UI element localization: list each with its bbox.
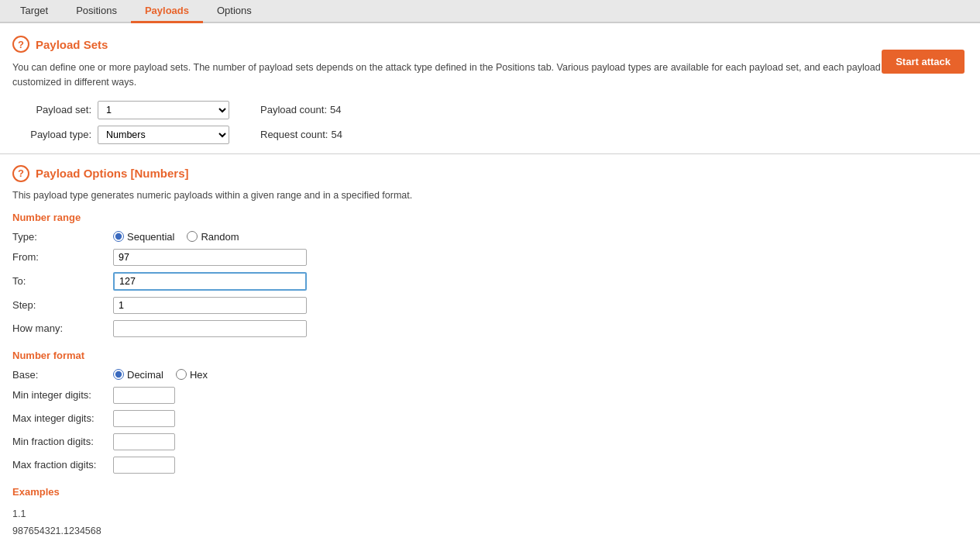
example-line-1: 1.1 [12, 505, 965, 523]
tab-bar: Target Positions Payloads Options [0, 0, 980, 23]
request-count-label: Request count: [260, 129, 328, 140]
payload-sets-icon: ? [12, 36, 29, 53]
type-sequential-label: Sequential [127, 231, 174, 243]
max-integer-digits-row: Max integer digits: [12, 410, 965, 427]
max-fraction-digits-input[interactable] [113, 457, 175, 474]
step-input[interactable] [113, 297, 307, 314]
step-row: Step: [12, 297, 965, 314]
tab-positions[interactable]: Positions [62, 0, 131, 23]
type-row: Type: Sequential Random [12, 231, 965, 243]
min-fraction-digits-label: Min fraction digits: [12, 436, 113, 447]
from-input[interactable] [113, 249, 307, 266]
min-fraction-digits-row: Min fraction digits: [12, 433, 965, 450]
start-attack-button[interactable]: Start attack [882, 50, 965, 74]
type-random-radio[interactable] [187, 231, 198, 242]
main-content: ? Payload Sets You can define one or mor… [0, 23, 980, 555]
payload-count-label: Payload count: [260, 104, 327, 115]
min-fraction-digits-input[interactable] [113, 433, 175, 450]
how-many-input[interactable] [113, 320, 307, 337]
base-hex-label: Hex [190, 369, 208, 381]
to-label: To: [12, 275, 113, 287]
payload-options-icon: ? [12, 165, 29, 182]
from-label: From: [12, 251, 113, 263]
min-integer-digits-label: Min integer digits: [12, 389, 113, 401]
request-count-value: 54 [331, 129, 342, 140]
payload-sets-title: Payload Sets [36, 38, 108, 51]
payload-count-value: 54 [330, 104, 341, 115]
max-integer-digits-input[interactable] [113, 410, 175, 427]
tab-payloads[interactable]: Payloads [131, 0, 203, 23]
number-format-heading: Number format [12, 350, 965, 361]
max-fraction-digits-label: Max fraction digits: [12, 459, 113, 471]
min-integer-digits-row: Min integer digits: [12, 387, 965, 404]
min-integer-digits-input[interactable] [113, 387, 175, 404]
max-integer-digits-label: Max integer digits: [12, 412, 113, 424]
step-label: Step: [12, 299, 113, 311]
to-row: To: [12, 272, 965, 291]
payload-options-section: ? Payload Options [Numbers] This payload… [0, 154, 980, 548]
payload-options-title: Payload Options [Numbers] [36, 167, 189, 180]
payload-options-description: This payload type generates numeric payl… [12, 190, 965, 201]
base-decimal-radio[interactable] [113, 369, 124, 380]
payload-type-label: Payload type: [12, 129, 98, 140]
base-decimal-label: Decimal [127, 369, 163, 381]
from-row: From: [12, 249, 965, 266]
examples-heading: Examples [12, 486, 965, 498]
base-hex-radio[interactable] [176, 369, 187, 380]
type-label: Type: [12, 231, 113, 243]
base-label: Base: [12, 369, 113, 381]
type-sequential-option[interactable]: Sequential [113, 231, 174, 243]
type-random-label: Random [201, 231, 239, 243]
base-row: Base: Decimal Hex [12, 369, 965, 381]
how-many-row: How many: [12, 320, 965, 337]
type-random-option[interactable]: Random [187, 231, 239, 243]
tab-options[interactable]: Options [203, 0, 266, 23]
how-many-label: How many: [12, 322, 113, 334]
base-hex-option[interactable]: Hex [176, 369, 208, 381]
max-fraction-digits-row: Max fraction digits: [12, 457, 965, 474]
number-range-heading: Number range [12, 212, 965, 223]
example-line-2: 987654321.1234568 [12, 522, 965, 540]
payload-type-select[interactable]: Numbers [98, 126, 229, 144]
payload-set-select[interactable]: 1 [98, 101, 229, 119]
tab-target[interactable]: Target [6, 0, 62, 23]
type-radio-group: Sequential Random [113, 231, 239, 243]
payload-set-label: Payload set: [12, 104, 98, 115]
payload-sets-header: ? Payload Sets [12, 36, 965, 53]
to-input[interactable] [113, 272, 307, 291]
base-decimal-option[interactable]: Decimal [113, 369, 163, 381]
base-radio-group: Decimal Hex [113, 369, 208, 381]
payload-sets-description: You can define one or more payload sets.… [12, 60, 965, 90]
payload-options-header: ? Payload Options [Numbers] [12, 165, 965, 182]
payload-sets-section: ? Payload Sets You can define one or mor… [0, 23, 980, 154]
type-sequential-radio[interactable] [113, 231, 124, 242]
